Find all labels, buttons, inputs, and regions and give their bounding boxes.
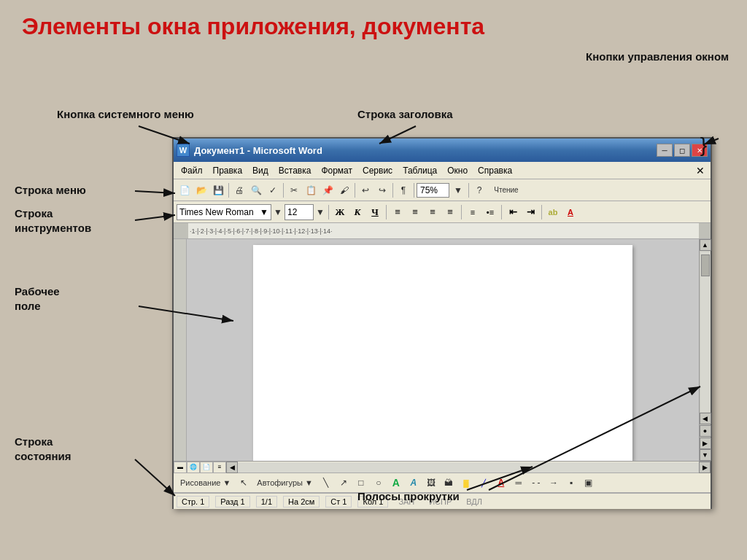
scroll-track[interactable] — [700, 252, 711, 412]
insert-picture[interactable]: 🏔 — [441, 475, 457, 491]
tb-cut[interactable]: ✂ — [286, 182, 302, 198]
line-tool[interactable]: ╲ — [318, 475, 334, 491]
menu-view[interactable]: Вид — [248, 164, 273, 177]
scroll-right-button[interactable]: ▶ — [699, 462, 711, 473]
toolbar-annotation: Строкаинструментов — [15, 206, 91, 235]
status-position: На 2см — [283, 496, 320, 508]
menu-service[interactable]: Сервис — [358, 164, 397, 177]
align-center-button[interactable]: ≡ — [407, 204, 423, 220]
font-name-dropdown-btn[interactable]: ▼ — [273, 204, 283, 220]
align-justify-button[interactable]: ≡ — [442, 204, 458, 220]
line-style[interactable]: ═ — [511, 475, 527, 491]
arrow-style[interactable]: → — [546, 475, 562, 491]
underline-button[interactable]: Ч — [367, 204, 383, 220]
outline-view-btn[interactable]: ≡ — [213, 462, 226, 473]
tb-paragraph[interactable]: ¶ — [395, 182, 411, 198]
font-size-select[interactable]: 12 — [285, 204, 314, 220]
dash-style[interactable]: - - — [528, 475, 544, 491]
tb-undo[interactable]: ↩ — [357, 182, 374, 198]
tb-spellcheck[interactable]: ✓ — [265, 182, 281, 198]
bold-button[interactable]: Ж — [332, 204, 348, 220]
document-content[interactable] — [187, 239, 699, 461]
vertical-scrollbar[interactable]: ▲ ◀ ● ▶ ▼ — [699, 239, 711, 461]
ruler-marks: ·1·|·2·|·3·|·4·|·5·|·6·|·7·|·8·|·9·|·10·… — [190, 228, 333, 235]
scroll-prev-page[interactable]: ◀ — [700, 413, 711, 424]
line-color[interactable]: ╱ — [476, 475, 492, 491]
scroll-select-browse[interactable]: ● — [700, 425, 711, 437]
format-toolbar: Times New Roman ▼ ▼ 12 ▼ Ж К Ч ≡ ≡ ≡ ≡ ≡… — [174, 201, 711, 223]
status-vdl: ВДЛ — [462, 497, 487, 507]
scroll-next-page[interactable]: ▶ — [700, 438, 711, 449]
arrow-tool[interactable]: ↗ — [336, 475, 352, 491]
tb-help[interactable]: ? — [471, 182, 487, 198]
scroll-down-button[interactable]: ▼ — [700, 449, 711, 461]
tb-format-painter[interactable]: 🖌 — [336, 182, 352, 198]
window-controls-brace: } — [700, 135, 707, 155]
status-line: Ст 1 — [325, 496, 352, 508]
normal-view-btn[interactable]: ▬ — [174, 462, 187, 473]
tb-zoom-dropdown[interactable]: ▼ — [450, 182, 466, 198]
restore-button[interactable]: ◻ — [674, 144, 690, 157]
tb-sep4 — [392, 183, 393, 198]
menu-window[interactable]: Окно — [443, 164, 472, 177]
font-name-select[interactable]: Times New Roman ▼ — [177, 204, 271, 220]
tb-copy[interactable]: 📋 — [303, 182, 319, 198]
3d-style[interactable]: ▣ — [581, 475, 597, 491]
align-right-button[interactable]: ≡ — [425, 204, 441, 220]
menu-help[interactable]: Справка — [473, 164, 516, 177]
select-objects[interactable]: ↖ — [236, 475, 252, 491]
textbox-tool[interactable]: A — [388, 475, 404, 491]
tb-save[interactable]: 💾 — [210, 182, 226, 198]
scroll-up-button[interactable]: ▲ — [700, 239, 711, 251]
scrollbars-annotation: Полосы прокрутки — [357, 490, 460, 502]
status-page: Стр. 1 — [177, 496, 209, 508]
shadow-style[interactable]: ▪ — [563, 475, 579, 491]
tb-new[interactable]: 📄 — [177, 182, 193, 198]
oval-tool[interactable]: ○ — [371, 475, 387, 491]
menu-close-button[interactable]: ✕ — [693, 165, 708, 176]
tb-print[interactable]: 🖨 — [231, 182, 247, 198]
wordart-tool[interactable]: A — [406, 475, 422, 491]
tb-redo[interactable]: ↪ — [374, 182, 390, 198]
scroll-bottom-btns: ◀ ● ▶ — [700, 413, 711, 449]
tb-paste[interactable]: 📌 — [320, 182, 336, 198]
menu-edit[interactable]: Правка — [209, 164, 247, 177]
clipart-tool[interactable]: 🖼 — [423, 475, 439, 491]
standard-toolbar: 📄 📂 💾 🖨 🔍 ✓ ✂ 📋 📌 🖌 ↩ ↪ ¶ 75% ▼ ? Чтение — [174, 179, 711, 201]
highlight-button[interactable]: ab — [545, 204, 561, 220]
menu-format[interactable]: Формат — [317, 164, 357, 177]
menu-bar: Файл Правка Вид Вставка Формат Сервис Та… — [174, 162, 711, 179]
print-view-btn[interactable]: 📄 — [200, 462, 213, 473]
zoom-control[interactable]: 75% — [417, 183, 449, 198]
increase-indent-button[interactable]: ⇥ — [522, 204, 538, 220]
h-scroll-track[interactable] — [238, 462, 699, 472]
tb-reading[interactable]: Чтение — [488, 182, 525, 198]
fmt-sep3 — [461, 205, 462, 219]
minimize-button[interactable]: ─ — [657, 144, 673, 157]
fill-color[interactable]: ▓ — [458, 475, 474, 491]
decrease-indent-button[interactable]: ⇤ — [505, 204, 521, 220]
tb-sep5 — [414, 183, 414, 198]
autoshapes-menu[interactable]: Автофигуры ▼ — [253, 475, 317, 491]
align-left-button[interactable]: ≡ — [390, 204, 406, 220]
font-color-button[interactable]: A — [562, 204, 578, 220]
title-bar: W Документ1 - Microsoft Word ─ ◻ ✕ — [174, 139, 711, 162]
font-size-dropdown-btn[interactable]: ▼ — [315, 204, 325, 220]
rect-tool[interactable]: □ — [353, 475, 369, 491]
tb-open[interactable]: 📂 — [193, 182, 209, 198]
web-view-btn[interactable]: 🌐 — [187, 462, 200, 473]
font-size-value: 12 — [287, 207, 297, 217]
numbering-button[interactable]: ≡ — [465, 204, 481, 220]
tb-preview[interactable]: 🔍 — [248, 182, 264, 198]
bullets-button[interactable]: •≡ — [482, 204, 498, 220]
scroll-left-button[interactable]: ◀ — [226, 462, 238, 473]
scroll-thumb[interactable] — [701, 254, 710, 276]
work-area-annotation: Рабочееполе — [15, 284, 60, 313]
italic-button[interactable]: К — [349, 204, 365, 220]
menu-file[interactable]: Файл — [177, 164, 207, 177]
title-bar-annotation: Строка заголовка — [357, 108, 453, 120]
menu-table[interactable]: Таблица — [398, 164, 441, 177]
menu-insert[interactable]: Вставка — [274, 164, 316, 177]
draw-menu[interactable]: Рисование ▼ — [177, 475, 234, 491]
font-color-draw[interactable]: A — [493, 475, 509, 491]
